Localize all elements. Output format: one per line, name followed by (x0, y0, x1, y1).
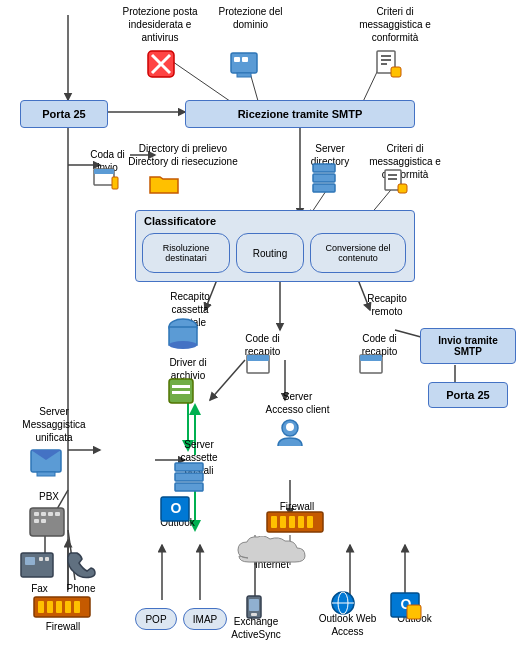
imap-box: IMAP (183, 608, 227, 630)
svg-rect-100 (65, 601, 71, 613)
svg-rect-92 (21, 553, 53, 577)
pbx-icon (25, 505, 69, 543)
svg-rect-41 (237, 73, 251, 77)
label-recapito-remoto: Recapito remoto (352, 292, 422, 318)
svg-rect-97 (38, 601, 44, 613)
svg-rect-93 (25, 557, 35, 565)
svg-rect-50 (94, 169, 114, 174)
svg-rect-63 (172, 385, 190, 388)
svg-rect-87 (41, 512, 46, 516)
internet-cloud-icon (232, 535, 312, 565)
classificatore-label: Classificatore (144, 215, 216, 227)
svg-rect-99 (56, 601, 62, 613)
svg-rect-40 (231, 53, 257, 73)
svg-rect-47 (381, 63, 387, 65)
label-dir-prelievo: Directory di prelievo Directory di riese… (128, 142, 238, 168)
code-recapito2-icon (358, 352, 388, 380)
diagram: Protezione posta indesiderata e antiviru… (0, 0, 528, 660)
svg-rect-95 (45, 557, 49, 561)
svg-rect-54 (313, 184, 335, 192)
svg-rect-52 (313, 164, 335, 172)
svg-rect-90 (34, 519, 39, 523)
svg-rect-58 (398, 184, 407, 193)
server-cassette-icon (172, 460, 208, 494)
code-recapito1-icon (245, 352, 275, 380)
phone-icon (62, 548, 100, 582)
conversione-box: Conversione del contenuto (310, 233, 406, 273)
label-server-messaggistica: Server Messaggistica unificata (18, 405, 90, 444)
firewall1-icon (265, 510, 325, 534)
svg-rect-86 (34, 512, 39, 516)
svg-rect-80 (271, 516, 277, 528)
ricezione-smtp-box: Ricezione tramite SMTP (185, 100, 415, 128)
svg-rect-45 (381, 55, 391, 57)
svg-rect-76 (37, 472, 55, 476)
svg-point-73 (286, 423, 294, 431)
svg-rect-104 (251, 613, 257, 616)
outlook-right-icon: O (388, 590, 424, 622)
directory-icon (148, 170, 180, 198)
svg-rect-42 (234, 57, 240, 62)
criteri-icon2 (382, 168, 410, 196)
coda-invio-icon (92, 165, 120, 193)
server-accesso-icon (272, 418, 308, 454)
svg-rect-48 (391, 67, 401, 77)
svg-point-61 (169, 341, 197, 349)
domain-protection-icon (228, 48, 260, 80)
label-criteri-msg1: Criteri di messaggistica e conformità (355, 5, 435, 44)
label-fax: Fax (22, 582, 57, 595)
porta25-in-box: Porta 25 (20, 100, 108, 128)
svg-rect-89 (55, 512, 60, 516)
firewall2-icon (32, 595, 92, 619)
svg-rect-110 (407, 605, 421, 619)
label-server-accesso: Server Accesso client (265, 390, 330, 416)
svg-rect-66 (247, 355, 269, 361)
svg-rect-83 (298, 516, 304, 528)
svg-rect-68 (360, 355, 382, 361)
svg-rect-57 (388, 178, 397, 180)
invio-smtp-box: Invio tramite SMTP (420, 328, 516, 364)
svg-rect-53 (313, 174, 335, 182)
svg-rect-69 (175, 463, 203, 471)
pop-box: POP (135, 608, 177, 630)
criteri-icon1 (372, 48, 404, 80)
svg-rect-84 (307, 516, 313, 528)
label-posta-indesiderata: Protezione posta indesiderata e antiviru… (120, 5, 200, 44)
svg-rect-81 (280, 516, 286, 528)
svg-rect-56 (388, 174, 397, 176)
svg-rect-98 (47, 601, 53, 613)
svg-rect-70 (175, 473, 203, 481)
porta25-out-box: Porta 25 (428, 382, 508, 408)
svg-rect-71 (175, 483, 203, 491)
label-firewall2: Firewall (38, 620, 88, 633)
label-phone: Phone (62, 582, 100, 595)
classificatore-container: Classificatore Risoluzione destinatari R… (135, 210, 415, 282)
exchange-activesync-icon (238, 593, 270, 625)
server-directory-icon (308, 162, 340, 194)
svg-rect-64 (172, 391, 190, 394)
svg-rect-82 (289, 516, 295, 528)
svg-rect-88 (48, 512, 53, 516)
recapito-cassetta-icon (165, 316, 201, 352)
svg-text:O: O (171, 500, 182, 516)
svg-rect-91 (41, 519, 46, 523)
antivirus-icon (145, 48, 177, 80)
outlook-mid-icon: O (158, 494, 194, 526)
label-pbx: PBX (30, 490, 68, 503)
svg-rect-43 (242, 57, 248, 62)
routing-box: Routing (236, 233, 304, 273)
svg-rect-101 (74, 601, 80, 613)
svg-rect-103 (249, 599, 259, 611)
svg-rect-51 (112, 177, 118, 189)
driver-archivio-icon (166, 376, 196, 406)
fax-icon (18, 548, 56, 582)
label-protezione-dominio: Protezione del dominio (218, 5, 283, 31)
svg-rect-94 (39, 557, 43, 561)
svg-rect-46 (381, 59, 391, 61)
outlook-web-icon (323, 590, 363, 622)
server-messaggistica-icon (28, 445, 64, 481)
risoluzione-box: Risoluzione destinatari (142, 233, 230, 273)
